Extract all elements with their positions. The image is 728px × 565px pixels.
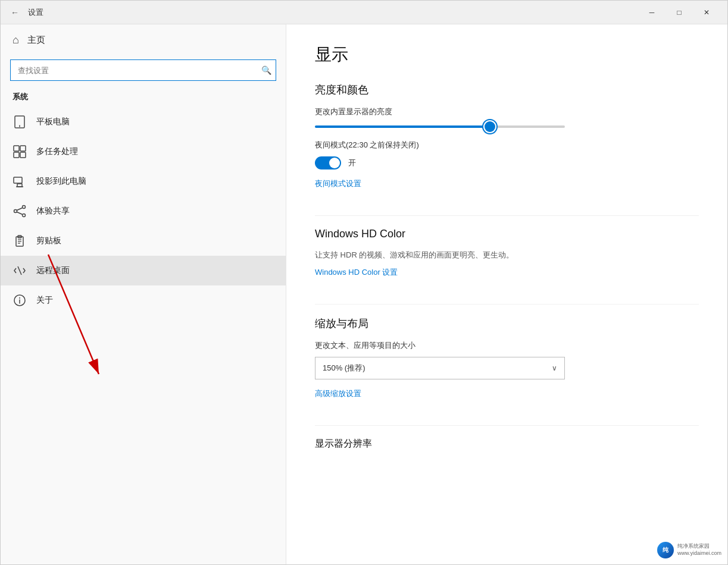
divider-3 <box>315 425 699 426</box>
sidebar-item-remote[interactable]: 远程桌面 <box>1 256 286 285</box>
night-mode-row: 夜间模式(22:30 之前保持关闭) <box>315 140 699 150</box>
minimize-button[interactable]: ─ <box>638 1 665 24</box>
brightness-slider-thumb[interactable] <box>485 121 495 132</box>
divider-2 <box>315 304 699 305</box>
sidebar-item-label: 体验共享 <box>36 206 70 216</box>
titlebar: ← 设置 ─ □ ✕ <box>1 1 727 24</box>
sidebar-item-label: 投影到此电脑 <box>36 176 86 187</box>
chevron-down-icon: ∨ <box>552 364 557 372</box>
sidebar-item-label: 剪贴板 <box>36 236 61 246</box>
brightness-section-title: 亮度和颜色 <box>315 83 699 97</box>
sidebar-item-clipboard[interactable]: 剪贴板 <box>1 226 286 256</box>
sidebar: ⌂ 主页 🔍 系统 平板电脑 多任务处理 <box>1 24 286 564</box>
resolution-label: 显示器分辨率 <box>315 438 699 450</box>
brightness-label: 更改内置显示器的亮度 <box>315 106 699 117</box>
search-box: 🔍 <box>10 59 276 81</box>
sidebar-item-tablet[interactable]: 平板电脑 <box>1 107 286 137</box>
svg-line-12 <box>17 208 23 211</box>
sidebar-item-label: 关于 <box>36 295 53 306</box>
brightness-slider-track[interactable] <box>315 125 565 128</box>
tablet-icon <box>13 115 27 128</box>
multitask-icon <box>13 145 27 158</box>
sidebar-item-multitask[interactable]: 多任务处理 <box>1 137 286 167</box>
hd-color-section-title: Windows HD Color <box>315 228 699 240</box>
sidebar-item-share[interactable]: 体验共享 <box>1 196 286 226</box>
scale-value: 150% (推荐) <box>323 363 365 373</box>
night-mode-label: 夜间模式(22:30 之前保持关闭) <box>315 140 699 150</box>
scale-section-title: 缩放与布局 <box>315 316 699 331</box>
sidebar-item-label: 多任务处理 <box>36 146 78 157</box>
page-title: 显示 <box>315 43 699 66</box>
hd-color-description: 让支持 HDR 的视频、游戏和应用的画面更明亮、更生动。 <box>315 250 699 260</box>
main-panel: 显示 亮度和颜色 更改内置显示器的亮度 夜间模式(22:30 之前保持关闭) 开… <box>286 24 727 564</box>
search-input[interactable] <box>10 59 276 81</box>
sidebar-item-home[interactable]: ⌂ 主页 <box>1 24 286 56</box>
divider-1 <box>315 215 699 216</box>
back-button[interactable]: ← <box>8 5 22 20</box>
sidebar-home-label: 主页 <box>27 34 45 46</box>
scale-select[interactable]: 150% (推荐) ∨ <box>315 357 565 379</box>
svg-rect-2 <box>14 146 19 151</box>
close-button[interactable]: ✕ <box>693 1 720 24</box>
sidebar-item-about[interactable]: 关于 <box>1 285 286 315</box>
toggle-knob <box>329 158 340 168</box>
night-mode-settings-link[interactable]: 夜间模式设置 <box>315 178 361 189</box>
watermark-text: 纯净系统家园 www.yidaimei.com <box>677 543 721 557</box>
window-title: 设置 <box>28 7 43 18</box>
svg-line-13 <box>17 212 23 215</box>
watermark-logo: 纯 <box>657 542 674 558</box>
window-controls: ─ □ ✕ <box>638 1 720 24</box>
home-icon: ⌂ <box>13 34 19 46</box>
search-icon[interactable]: 🔍 <box>261 65 271 75</box>
svg-point-10 <box>14 210 17 213</box>
clipboard-icon <box>13 234 27 247</box>
advanced-scale-link[interactable]: 高级缩放设置 <box>315 388 361 399</box>
sidebar-item-label: 远程桌面 <box>36 265 70 276</box>
sidebar-section-title: 系统 <box>1 89 286 107</box>
share-icon <box>13 205 27 218</box>
remote-icon <box>13 264 27 277</box>
svg-point-22 <box>19 297 20 299</box>
hd-color-settings-link[interactable]: Windows HD Color 设置 <box>315 267 398 278</box>
project-icon <box>13 175 27 188</box>
night-mode-toggle[interactable] <box>315 156 341 170</box>
maximize-button[interactable]: □ <box>665 1 693 24</box>
svg-line-19 <box>18 266 21 275</box>
brightness-slider-container <box>315 125 699 128</box>
scale-label: 更改文本、应用等项目的大小 <box>315 340 699 351</box>
sidebar-item-project[interactable]: 投影到此电脑 <box>1 167 286 196</box>
toggle-label: 开 <box>348 158 356 168</box>
svg-rect-5 <box>20 152 26 158</box>
toggle-row: 开 <box>315 156 699 170</box>
about-icon <box>13 294 27 307</box>
sidebar-item-label: 平板电脑 <box>36 117 70 127</box>
svg-rect-6 <box>14 177 22 183</box>
svg-point-11 <box>23 214 26 217</box>
watermark: 纯 纯净系统家园 www.yidaimei.com <box>657 542 721 558</box>
svg-rect-3 <box>20 146 26 151</box>
svg-point-9 <box>23 206 26 209</box>
svg-rect-4 <box>14 152 19 158</box>
